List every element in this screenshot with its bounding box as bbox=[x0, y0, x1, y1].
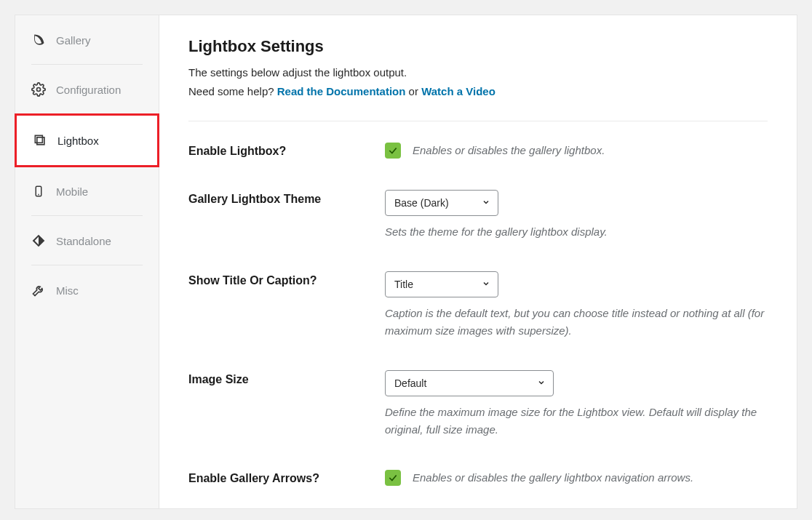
sidebar-label: Standalone bbox=[56, 235, 111, 247]
layers-icon bbox=[33, 133, 47, 148]
content: Lightbox Settings The settings below adj… bbox=[159, 15, 797, 508]
chevron-down-icon bbox=[482, 279, 490, 290]
setting-label: Gallery Lightbox Theme bbox=[188, 190, 385, 206]
docs-link[interactable]: Read the Documentation bbox=[277, 85, 406, 97]
select-value: Base (Dark) bbox=[394, 197, 449, 209]
svg-rect-2 bbox=[35, 135, 42, 143]
svg-point-0 bbox=[37, 88, 41, 92]
row-theme: Gallery Lightbox Theme Base (Dark) Sets … bbox=[188, 190, 768, 241]
row-title-caption: Show Title Or Caption? Title Caption is … bbox=[188, 271, 768, 340]
setting-hint: Caption is the default text, but you can… bbox=[385, 305, 768, 340]
image-size-select[interactable]: Default bbox=[385, 370, 554, 396]
intro-prefix: Need some help? bbox=[188, 85, 277, 97]
wrench-icon bbox=[31, 283, 46, 297]
sidebar-item-standalone[interactable]: Standalone bbox=[15, 216, 159, 265]
mobile-icon bbox=[31, 184, 46, 199]
sidebar-item-misc[interactable]: Misc bbox=[15, 265, 159, 315]
sidebar-item-configuration[interactable]: Configuration bbox=[15, 65, 159, 114]
sidebar-label: Lightbox bbox=[57, 135, 99, 147]
sidebar-item-gallery[interactable]: Gallery bbox=[15, 15, 159, 65]
enable-arrows-checkbox[interactable] bbox=[385, 470, 401, 486]
sidebar-label: Gallery bbox=[56, 34, 91, 47]
row-arrows: Enable Gallery Arrows? Enables or disabl… bbox=[188, 469, 768, 487]
intro-line: The settings below adjust the lightbox o… bbox=[188, 66, 407, 79]
setting-hint: Define the maximum image size for the Li… bbox=[385, 404, 768, 439]
sidebar: Gallery Configuration Lightbox Mobile bbox=[15, 15, 159, 508]
sidebar-label: Configuration bbox=[56, 84, 121, 96]
svg-rect-1 bbox=[37, 137, 44, 145]
row-enable-lightbox: Enable Lightbox? Enables or disables the… bbox=[188, 142, 768, 159]
title-caption-select[interactable]: Title bbox=[385, 271, 498, 297]
setting-label: Show Title Or Caption? bbox=[188, 271, 385, 287]
select-value: Default bbox=[394, 377, 426, 389]
sidebar-item-lightbox[interactable]: Lightbox bbox=[15, 113, 159, 167]
sidebar-item-mobile[interactable]: Mobile bbox=[15, 167, 159, 216]
check-icon bbox=[388, 473, 398, 483]
setting-hint: Enables or disables the gallery lightbox… bbox=[413, 469, 693, 487]
enable-lightbox-checkbox[interactable] bbox=[385, 143, 401, 159]
row-image-size: Image Size Default Define the maximum im… bbox=[188, 370, 768, 439]
theme-select[interactable]: Base (Dark) bbox=[385, 190, 498, 216]
chevron-down-icon bbox=[537, 377, 546, 389]
chevron-down-icon bbox=[482, 197, 490, 209]
sidebar-label: Misc bbox=[56, 284, 79, 297]
video-link[interactable]: Watch a Video bbox=[421, 85, 495, 97]
setting-hint: Sets the theme for the gallery lightbox … bbox=[385, 223, 768, 241]
or-text: or bbox=[405, 85, 421, 97]
setting-label: Image Size bbox=[188, 370, 385, 386]
leaf-icon bbox=[31, 33, 46, 47]
check-icon bbox=[388, 145, 398, 156]
divider bbox=[188, 121, 768, 121]
settings-panel: Gallery Configuration Lightbox Mobile bbox=[15, 15, 797, 509]
gear-icon bbox=[31, 82, 46, 97]
sidebar-label: Mobile bbox=[56, 185, 88, 198]
intro-text: The settings below adjust the lightbox o… bbox=[188, 63, 768, 100]
setting-label: Enable Lightbox? bbox=[188, 142, 385, 158]
setting-hint: Enables or disables the gallery lightbox… bbox=[413, 142, 605, 159]
page-title: Lightbox Settings bbox=[188, 37, 768, 56]
diamond-icon bbox=[31, 233, 46, 248]
select-value: Title bbox=[394, 279, 413, 290]
setting-label: Enable Gallery Arrows? bbox=[188, 469, 385, 485]
